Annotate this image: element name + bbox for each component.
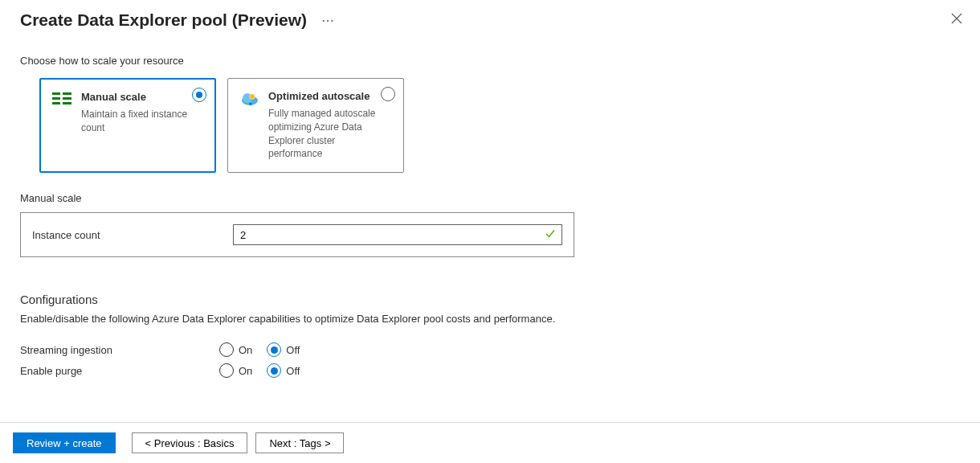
streaming-ingestion-label: Streaming ingestion xyxy=(20,344,219,356)
streaming-ingestion-off[interactable]: Off xyxy=(267,342,300,357)
close-icon[interactable] xyxy=(948,10,966,31)
configurations-desc: Enable/disable the following Azure Data … xyxy=(20,313,960,325)
radio-icon xyxy=(219,363,234,378)
enable-purge-on[interactable]: On xyxy=(219,363,252,378)
instance-count-label: Instance count xyxy=(32,229,233,241)
autoscale-icon xyxy=(239,90,260,161)
radio-unselected-icon xyxy=(381,87,395,101)
page-title: Create Data Explorer pool (Preview) xyxy=(20,10,307,30)
more-actions-icon[interactable]: ⋯ xyxy=(321,13,335,28)
card-title: Manual scale xyxy=(81,91,189,103)
card-desc: Maintain a fixed instance count xyxy=(81,108,189,135)
configurations-heading: Configurations xyxy=(20,293,960,306)
radio-icon xyxy=(267,363,281,378)
radio-label: Off xyxy=(286,344,300,356)
card-title: Optimized autoscale xyxy=(268,90,378,102)
manual-scale-subhead: Manual scale xyxy=(20,192,960,204)
radio-icon xyxy=(219,342,234,357)
radio-label: On xyxy=(239,365,252,377)
next-button[interactable]: Next : Tags > xyxy=(255,432,344,453)
radio-label: On xyxy=(239,344,252,356)
streaming-ingestion-on[interactable]: On xyxy=(219,342,252,357)
validation-check-icon xyxy=(545,228,556,242)
enable-purge-off[interactable]: Off xyxy=(267,363,300,378)
radio-icon xyxy=(267,342,281,357)
scale-option-manual[interactable]: Manual scale Maintain a fixed instance c… xyxy=(39,78,216,173)
radio-label: Off xyxy=(286,365,300,377)
scale-option-autoscale[interactable]: Optimized autoscale Fully managed autosc… xyxy=(227,78,404,173)
manual-scale-icon xyxy=(52,91,73,160)
instance-count-input[interactable] xyxy=(233,224,562,245)
svg-point-4 xyxy=(250,94,255,99)
review-create-button[interactable]: Review + create xyxy=(13,432,116,453)
enable-purge-label: Enable purge xyxy=(20,365,219,377)
previous-button[interactable]: < Previous : Basics xyxy=(132,432,248,453)
instance-count-box: Instance count xyxy=(20,212,574,257)
card-desc: Fully managed autoscale optimizing Azure… xyxy=(268,107,378,161)
radio-selected-icon xyxy=(192,88,206,102)
scale-section-label: Choose how to scale your resource xyxy=(20,55,960,67)
